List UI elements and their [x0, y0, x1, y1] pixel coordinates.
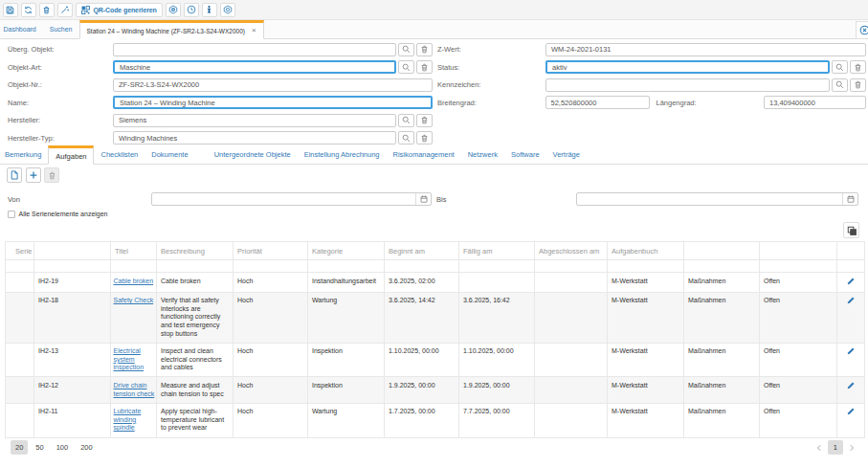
info-button[interactable] — [202, 3, 217, 17]
modules-button[interactable] — [166, 3, 181, 17]
status-input[interactable] — [545, 60, 830, 74]
column-header-extra2[interactable] — [760, 242, 837, 260]
subtab-risikomanagement[interactable]: Risikomanagement — [387, 145, 461, 164]
subtab-vertraege[interactable]: Verträge — [546, 145, 587, 164]
filter-cell[interactable] — [111, 260, 157, 273]
hersteller-search-button[interactable] — [398, 114, 414, 127]
status-search-button[interactable] — [832, 60, 848, 74]
task-title-link[interactable]: Electrical system inspection — [114, 347, 145, 370]
subtab-untergeordnete-objekte[interactable]: Untergeordnete Objekte — [208, 145, 298, 164]
magic-wand-button[interactable] — [57, 3, 73, 17]
filter-cell[interactable] — [684, 260, 760, 273]
ueberg-objekt-search-button[interactable] — [398, 43, 414, 56]
tab-station-active[interactable]: Station 24 – Winding Machine (ZF-SR2-L3-… — [79, 20, 264, 39]
filter-cell[interactable] — [385, 260, 459, 273]
subtab-dokumente[interactable]: Dokumente — [145, 145, 194, 164]
filter-cell[interactable] — [608, 260, 684, 273]
laengengrad-input[interactable] — [764, 96, 866, 109]
filter-cell[interactable] — [234, 260, 308, 273]
task-title-link[interactable]: Lubricate winding spindle — [114, 408, 142, 431]
hersteller-typ-clear-button[interactable] — [416, 131, 433, 145]
filter-cell[interactable] — [760, 260, 837, 273]
subtab-aufgaben[interactable]: Aufgaben — [48, 145, 94, 165]
status-clear-button[interactable] — [850, 60, 866, 74]
next-page-button[interactable] — [848, 444, 856, 452]
tab-dashboard[interactable]: Dashboard — [0, 20, 43, 38]
hersteller-typ-search-button[interactable] — [398, 131, 414, 145]
table-row[interactable]: IH2-13 Electrical system inspection Insp… — [6, 343, 865, 377]
kennzeichen-search-button[interactable] — [832, 78, 848, 92]
tab-suchen[interactable]: Suchen — [43, 20, 79, 38]
filter-cell[interactable] — [157, 260, 234, 273]
filter-cell[interactable] — [459, 260, 535, 273]
settings-button[interactable] — [220, 3, 235, 17]
table-row[interactable]: IH2-11 Lubricate winding spindle Apply s… — [6, 403, 865, 437]
von-calendar-button[interactable] — [415, 193, 431, 205]
edit-task-button[interactable] — [837, 377, 865, 403]
column-header-aufgabenbuch[interactable]: Aufgabenbuch — [608, 242, 684, 260]
delete-task-button[interactable] — [44, 167, 59, 183]
delete-button[interactable] — [39, 3, 55, 17]
qr-code-button[interactable]: QR-Code generieren — [76, 3, 163, 17]
edit-task-button[interactable] — [837, 403, 865, 437]
filter-cell[interactable] — [34, 260, 111, 273]
column-header-beginnt-am[interactable]: Beginnt am — [385, 242, 459, 260]
subtab-checklisten[interactable]: Checklisten — [94, 145, 145, 164]
tab-overflow-button[interactable] — [856, 21, 868, 39]
von-date-input[interactable] — [152, 193, 415, 205]
table-row[interactable]: IH2-12 Drive chain tension check Measure… — [6, 377, 865, 403]
task-title-link[interactable]: Cable broken — [114, 278, 154, 284]
kennzeichen-input[interactable] — [545, 78, 830, 92]
add-task-button[interactable] — [26, 167, 41, 183]
filter-cell[interactable] — [535, 260, 608, 273]
table-row[interactable]: IH2-19 Cable broken Cable broken Hoch In… — [6, 273, 865, 293]
page-size-50[interactable]: 50 — [31, 440, 48, 455]
prev-page-button[interactable] — [815, 444, 823, 452]
task-title-link[interactable]: Drive chain tension check — [114, 382, 155, 397]
edit-task-button[interactable] — [837, 273, 865, 293]
objekt-art-search-button[interactable] — [398, 60, 414, 74]
breitengrad-input[interactable] — [545, 96, 650, 109]
column-header-id[interactable] — [34, 242, 111, 260]
serien-checkbox[interactable] — [8, 211, 15, 218]
column-header-faellig-am[interactable]: Fällig am — [459, 242, 535, 260]
page-size-100[interactable]: 100 — [52, 440, 74, 455]
subtab-einstellung-abrechnung[interactable]: Einstellung Abrechnung — [298, 145, 387, 164]
copy-table-button[interactable] — [843, 222, 859, 238]
task-title-link[interactable]: Safety Check — [114, 297, 154, 303]
page-size-20[interactable]: 20 — [11, 440, 28, 455]
column-header-abgeschlossen-am[interactable]: Abgeschlossen am — [535, 242, 608, 260]
bis-calendar-button[interactable] — [842, 193, 857, 205]
filter-cell[interactable] — [308, 260, 385, 273]
subtab-software[interactable]: Software — [504, 145, 546, 164]
column-header-kategorie[interactable]: Kategorie — [308, 242, 385, 260]
kennzeichen-clear-button[interactable] — [850, 78, 866, 92]
ueberg-objekt-input[interactable] — [113, 43, 396, 56]
history-button[interactable] — [184, 3, 199, 17]
refresh-button[interactable] — [21, 3, 36, 17]
subtab-netzwerk[interactable]: Netzwerk — [461, 145, 504, 164]
column-header-beschreibung[interactable]: Beschreibung — [157, 242, 234, 260]
subtab-bemerkung[interactable]: Bemerkung — [0, 145, 48, 164]
filter-cell[interactable] — [6, 260, 34, 273]
edit-task-button[interactable] — [837, 292, 865, 343]
column-header-titel[interactable]: Titel — [111, 242, 157, 260]
column-header-prioritaet[interactable]: Priorität — [234, 242, 308, 260]
objekt-art-clear-button[interactable] — [416, 60, 433, 74]
edit-task-button[interactable] — [837, 343, 865, 377]
ueberg-objekt-clear-button[interactable] — [416, 43, 433, 56]
hersteller-clear-button[interactable] — [416, 114, 433, 127]
hersteller-input[interactable] — [113, 114, 396, 127]
new-task-button[interactable] — [7, 167, 22, 183]
close-tab-icon[interactable]: × — [252, 27, 256, 34]
page-size-200[interactable]: 200 — [76, 440, 98, 455]
column-header-extra1[interactable] — [684, 242, 760, 260]
z-wert-input[interactable] — [545, 43, 866, 56]
page-number-1[interactable]: 1 — [828, 440, 843, 455]
bis-date-input[interactable] — [577, 193, 842, 205]
name-input[interactable] — [113, 96, 433, 109]
save-button[interactable] — [3, 3, 18, 17]
objekt-art-input[interactable] — [113, 60, 396, 74]
column-header-serie[interactable]: Serie — [6, 242, 34, 260]
table-row[interactable]: IH2-18 Safety Check Verify that all safe… — [6, 292, 865, 343]
